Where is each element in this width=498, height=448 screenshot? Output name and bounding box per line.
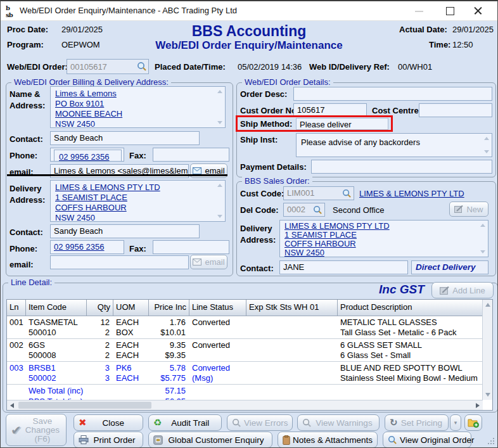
billing-address-box[interactable]: Limes & Lemons PO Box 9101 MOONEE BEACH … [50, 86, 226, 128]
notes-attachments-button[interactable]: Notes & Attachments [278, 432, 378, 448]
placed-date-value: 05/02/2019 14:36 [238, 62, 302, 72]
delivery-address-line[interactable]: 1 SEAMIST PLACE [55, 193, 214, 203]
payment-details-input[interactable] [311, 160, 492, 174]
maximize-button[interactable] [437, 1, 464, 20]
col-header-qty[interactable]: Qty [87, 300, 113, 316]
delivery-address-line[interactable]: COFFS HARBOUR [55, 203, 214, 213]
close-button[interactable]: ✖ Close [73, 414, 143, 431]
billing-fax-input[interactable] [153, 148, 229, 162]
cust-name-link[interactable]: LIMES & LEMONS PTY LTD [359, 189, 464, 199]
printer-icon [79, 435, 89, 444]
search-icon[interactable] [313, 205, 322, 215]
scroll-left-icon[interactable] [10, 403, 14, 408]
audit-trail-button[interactable]: ♻ Audit Trail [148, 414, 222, 431]
delivery-address-line[interactable]: LIMES & LEMONS PTY LTD [55, 182, 214, 193]
ship-inst-label: Ship Inst: [240, 135, 278, 144]
sales-delivery-line[interactable]: NSW 2450 [284, 248, 476, 257]
set-pricing-button: ↻ Set Pricing [385, 414, 449, 431]
delivery-address-label: Delivery Address: [10, 183, 50, 206]
delivery-contact-input[interactable]: Sandy Beach [50, 224, 200, 238]
delivery-fax-input[interactable] [153, 240, 229, 254]
billing-contact-input[interactable]: Sandy Beach [50, 131, 200, 145]
col-header-product-desc[interactable]: Product Description [338, 300, 483, 316]
delivery-email-button: email [190, 255, 227, 269]
web-id-value: 00/WH01 [398, 62, 432, 72]
order-desc-input[interactable] [293, 87, 492, 101]
open-folder-button[interactable] [464, 414, 482, 431]
col-header-ln[interactable]: Ln [7, 300, 26, 316]
web-edi-order-label: Web/EDI Order: [7, 62, 68, 72]
sales-delivery-line[interactable]: 1 SEAMIST PLACE [284, 231, 476, 240]
table-row[interactable]: 001 TGASMETAL 12 EACH 1.76 Converted MET… [7, 316, 483, 339]
safe-icon [153, 435, 163, 445]
set-pricing-dropdown[interactable]: ▾ [450, 414, 461, 431]
vertical-scrollbar[interactable] [482, 300, 492, 400]
billing-address-line[interactable]: MOONEE BEACH [55, 109, 214, 119]
search-icon[interactable] [342, 189, 352, 198]
delivery-email-input[interactable] [50, 255, 189, 269]
sales-delivery-line[interactable]: LIMES & LEMONS PTY LTD [284, 222, 476, 231]
scroll-down-icon[interactable] [484, 150, 489, 153]
app-subtitle: Web/EDI Order Enquiry/Maintenance [1, 39, 497, 52]
envelope-icon [193, 167, 201, 174]
billing-address-line[interactable]: Limes & Lemons [55, 89, 214, 99]
resize-grip[interactable] [493, 443, 494, 444]
col-header-price-inc[interactable]: Price Inc [149, 300, 189, 316]
ship-method-label: Ship Method: [240, 119, 292, 129]
delivery-fax-label: Fax: [129, 244, 146, 253]
edit-note-icon [454, 205, 463, 213]
col-header-line-status[interactable]: Line Status [189, 300, 246, 316]
close-window-button[interactable] [464, 1, 492, 20]
billing-phone-label: Phone: [10, 151, 37, 160]
col-header-uom[interactable]: UOM [113, 300, 149, 316]
view-original-order-button[interactable]: View Original Order [383, 432, 471, 448]
billing-phone-link[interactable]: 02 9956 2356 [54, 150, 122, 162]
sales-delivery-address-box[interactable]: LIMES & LEMONS PTY LTD 1 SEAMIST PLACE C… [279, 220, 488, 257]
billing-phone-input[interactable]: 02 9956 2356 [50, 148, 124, 162]
cust-code-input[interactable]: LIM001 [283, 186, 354, 200]
view-warnings-button: View Warnings [297, 414, 380, 431]
ship-method-input[interactable]: Please deliver [296, 118, 388, 130]
recycle-icon: ♻ [153, 417, 162, 428]
table-row[interactable]: 003 BRSB1 3 PK6 5.78 Converted BLUE AND … [7, 362, 483, 385]
sales-contact-input[interactable]: JANE [279, 260, 408, 274]
delivery-phone-link[interactable]: 02 9956 2356 [54, 242, 105, 252]
delivery-address-box[interactable]: LIMES & LEMONS PTY LTD 1 SEAMIST PLACE C… [50, 180, 226, 222]
checkmark-icon: ✔ [11, 423, 22, 438]
scroll-down-icon[interactable] [485, 393, 490, 397]
scroll-right-icon[interactable] [476, 403, 480, 408]
scroll-up-icon[interactable] [217, 90, 222, 93]
name-address-label: Name & Address: [10, 89, 50, 112]
search-icon[interactable] [137, 61, 146, 71]
scroll-up-icon[interactable] [485, 303, 490, 307]
scroll-up-icon[interactable] [480, 224, 485, 227]
sales-delivery-line[interactable]: COFFS HARBOUR [284, 240, 476, 248]
col-header-item-code[interactable]: Item Code [26, 300, 87, 316]
scroll-up-icon[interactable] [484, 137, 489, 140]
global-customer-enquiry-button[interactable]: Global Customer Enquiry [148, 432, 272, 448]
scroll-up-icon[interactable] [217, 184, 222, 187]
view-errors-button: View Errors [227, 414, 293, 431]
minimize-icon [415, 11, 423, 12]
col-header-exp-stk[interactable]: Exp Stk Sts WH 01 [246, 300, 338, 316]
cost-centre-input[interactable] [419, 103, 492, 117]
billing-address-line[interactable]: PO Box 9101 [55, 99, 214, 109]
order-details-group-title: Web/EDI Order Details: [242, 77, 333, 87]
clipboard-icon [283, 435, 290, 445]
print-order-button[interactable]: Print Order [73, 432, 143, 448]
del-code-input[interactable]: 0002 [283, 203, 325, 217]
scroll-down-icon[interactable] [217, 121, 222, 124]
ship-inst-box[interactable]: Please advise of any backorders [296, 133, 492, 157]
web-edi-order-input[interactable]: 00105617 [67, 59, 149, 74]
billing-address-line[interactable]: NSW 2450 [55, 119, 214, 128]
payment-details-label: Payment Details: [240, 162, 307, 172]
total-row: Web Total (inc) 57.15 [7, 385, 483, 395]
horizontal-scrollbar[interactable] [7, 400, 483, 410]
line-detail-table: Ln Item Code Qty UOM Price Inc Line Stat… [6, 299, 493, 411]
table-row[interactable]: 002 6GS 2 EACH 9.35 Converted 6 GLASS SE… [7, 339, 483, 362]
scroll-down-icon[interactable] [480, 250, 485, 253]
delivery-address-line[interactable]: NSW 2450 [55, 213, 214, 222]
scroll-down-icon[interactable] [217, 215, 222, 218]
delivery-phone-input[interactable]: 02 9956 2356 [50, 240, 124, 254]
scrollbar-thumb[interactable] [18, 402, 151, 409]
